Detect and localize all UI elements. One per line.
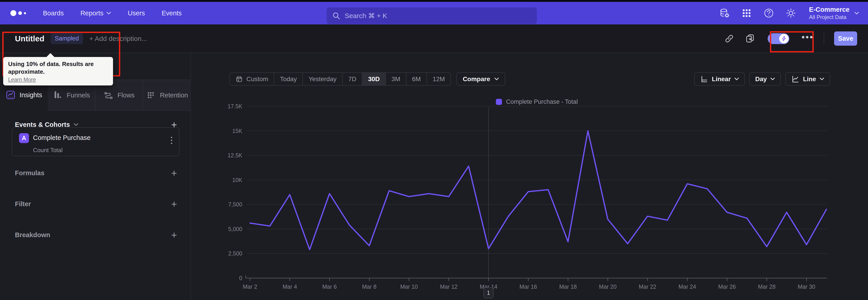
top-nav: Boards Reports Users Events Search ⌘ + K… (0, 2, 868, 24)
logo-dot (24, 12, 26, 14)
svg-text:Mar 22: Mar 22 (639, 283, 656, 290)
tab-retention[interactable]: Retention (143, 80, 191, 111)
svg-text:Mar 8: Mar 8 (362, 283, 377, 290)
window-edge (0, 0, 868, 2)
svg-text:0: 0 (239, 275, 242, 281)
svg-text:12.5K: 12.5K (228, 152, 243, 158)
report-title[interactable]: Untitled (15, 34, 44, 43)
logo-dot (10, 10, 16, 16)
add-event-button[interactable]: + (171, 121, 177, 128)
event-letter-badge: A (19, 133, 29, 143)
svg-text:Mar 10: Mar 10 (400, 283, 418, 290)
content-area: Insights Funnels Flows Retention Events … (0, 53, 868, 300)
workspace-scope: All Project Data (809, 14, 849, 20)
search-placeholder: Search ⌘ + K (345, 12, 387, 20)
filter-label: Filter (15, 200, 31, 208)
breakdown-label: Breakdown (15, 231, 50, 239)
more-menu-icon[interactable]: ••• (802, 35, 814, 42)
add-filter-button[interactable]: + (171, 201, 177, 208)
formulas-section: Formulas + (15, 169, 177, 177)
svg-text:Mar 20: Mar 20 (599, 283, 617, 290)
event-options-icon[interactable] (170, 136, 173, 145)
divider (824, 33, 824, 44)
add-formula-button[interactable]: + (171, 170, 177, 177)
nav-item-boards[interactable]: Boards (43, 9, 64, 17)
toggle-knob (779, 34, 789, 43)
svg-text:Mar 16: Mar 16 (520, 283, 537, 290)
report-header-bar: Untitled Sampled + Add description... ••… (0, 24, 868, 53)
nav-right-cluster: E-Commerce All Project Data (719, 2, 859, 24)
svg-text:Mar 24: Mar 24 (679, 283, 696, 290)
sampling-tooltip: Using 10% of data. Results are approxima… (3, 57, 113, 86)
event-name: Complete Purchase (33, 134, 91, 142)
tooltip-text: Using 10% of data. Results are approxima… (8, 60, 108, 76)
nav-menu: Boards Reports Users Events (43, 9, 182, 17)
nav-item-users[interactable]: Users (128, 9, 145, 17)
nav-item-events[interactable]: Events (162, 9, 182, 17)
svg-text:Mar 12: Mar 12 (440, 283, 458, 290)
query-builder-sidebar: Insights Funnels Flows Retention Events … (0, 53, 191, 300)
retention-icon (146, 90, 156, 100)
svg-text:Mar 30: Mar 30 (798, 283, 815, 290)
funnels-icon (53, 90, 63, 100)
svg-text:17.5K: 17.5K (228, 103, 243, 110)
add-breakdown-button[interactable]: + (171, 232, 177, 239)
search-icon (333, 12, 340, 20)
event-row-complete-purchase[interactable]: A Complete Purchase Count Total (12, 127, 180, 156)
svg-text:2,500: 2,500 (228, 250, 242, 257)
svg-text:7,500: 7,500 (228, 201, 242, 208)
chevron-down-icon (106, 12, 111, 15)
settings-gear-icon[interactable] (785, 8, 796, 19)
duplicate-icon[interactable] (745, 33, 755, 44)
learn-more-link[interactable]: Learn More (8, 77, 36, 83)
lightning-bolt-icon (781, 36, 786, 41)
nav-item-reports[interactable]: Reports (81, 9, 111, 17)
svg-text:10K: 10K (232, 177, 243, 183)
formulas-label: Formulas (15, 169, 44, 177)
svg-text:Mar 26: Mar 26 (718, 283, 736, 290)
data-management-icon[interactable] (719, 8, 730, 19)
svg-text:15K: 15K (232, 128, 243, 134)
chevron-down-icon (73, 123, 79, 126)
add-description-field[interactable]: + Add description... (89, 35, 147, 42)
mixpanel-logo[interactable] (10, 10, 26, 16)
line-chart: 17.5K15K12.5K10K7,5005,0002,5000Mar 2Mar… (191, 53, 868, 300)
sampling-toggle[interactable] (768, 33, 789, 44)
svg-text:Mar 18: Mar 18 (559, 283, 577, 290)
sampled-badge[interactable]: Sampled (51, 33, 83, 44)
save-button[interactable]: Save (834, 31, 857, 46)
workspace-switcher[interactable]: E-Commerce All Project Data (809, 6, 859, 20)
help-icon[interactable] (763, 8, 774, 19)
annotation-marker[interactable]: 1 (484, 287, 493, 298)
chart-panel: CustomTodayYesterday7D30D3M6M12M Compare… (191, 53, 868, 300)
svg-text:Mar 28: Mar 28 (758, 283, 776, 290)
filter-section: Filter + (15, 200, 177, 208)
event-metric[interactable]: Count Total (33, 147, 63, 154)
svg-text:Mar 2: Mar 2 (243, 283, 257, 290)
copy-link-icon[interactable] (724, 33, 735, 44)
svg-text:5,000: 5,000 (228, 226, 242, 232)
insights-icon (6, 90, 16, 100)
search-input[interactable]: Search ⌘ + K (327, 7, 537, 24)
svg-text:Mar 6: Mar 6 (322, 283, 337, 290)
logo-dot (18, 11, 22, 15)
apps-grid-icon[interactable] (741, 8, 752, 19)
breakdown-section: Breakdown + (15, 231, 177, 239)
chevron-down-icon (855, 12, 859, 15)
workspace-name: E-Commerce (809, 6, 849, 13)
flows-icon (103, 90, 114, 100)
svg-text:Mar 4: Mar 4 (283, 283, 297, 290)
